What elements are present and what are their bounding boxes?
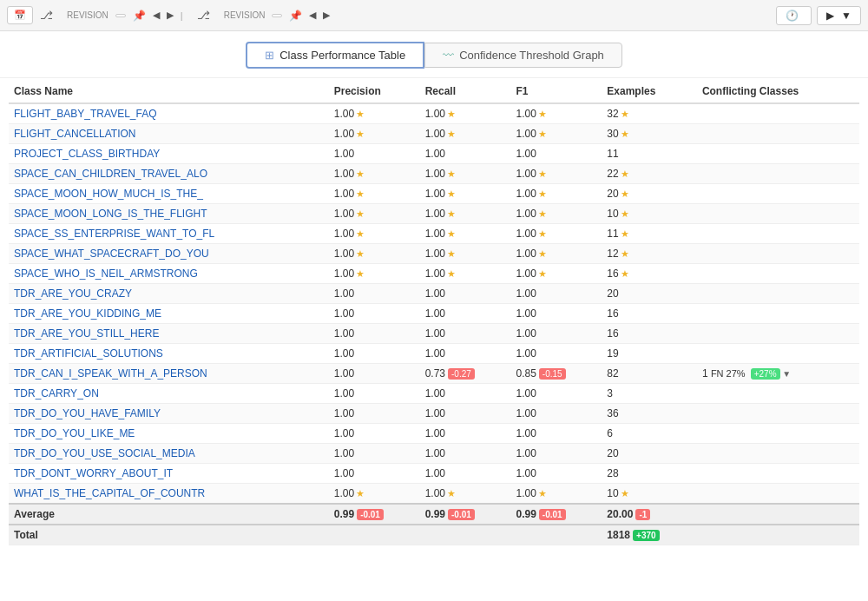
- history-button[interactable]: 🕐: [776, 6, 812, 25]
- table-row[interactable]: TDR_CAN_I_SPEAK_WITH_A_PERSON1.000.73-0.…: [9, 364, 859, 384]
- cell-recall: 1.00: [420, 324, 511, 344]
- examples-star-icon: ★: [621, 208, 629, 219]
- tab-class-performance[interactable]: ⊞ Class Performance Table: [246, 42, 424, 69]
- examples-star-icon: ★: [621, 188, 629, 199]
- cell-precision: 1.00: [329, 144, 420, 164]
- cell-class-name: TDR_CARRY_ON: [9, 384, 329, 404]
- total-empty-cell: [510, 525, 602, 545]
- cell-f1: 1.00★: [510, 264, 602, 284]
- cell-class-name: TDR_ARTIFICIAL_SOLUTIONS: [9, 344, 329, 364]
- table-row[interactable]: TDR_DO_YOU_USE_SOCIAL_MEDIA1.001.001.002…: [9, 444, 859, 464]
- cell-class-name: PROJECT_CLASS_BIRTHDAY: [9, 144, 329, 164]
- cell-class-name: FLIGHT_CANCELLATION: [9, 124, 329, 144]
- col-precision: Precision: [329, 78, 420, 103]
- cell-f1: 1.00: [510, 404, 602, 424]
- cell-conflicting: [697, 103, 859, 124]
- table-row[interactable]: WHAT_IS_THE_CAPITAL_OF_COUNTR1.00★1.00★1…: [9, 484, 859, 505]
- col-recall: Recall: [420, 78, 511, 103]
- table-row[interactable]: SPACE_WHO_IS_NEIL_ARMSTRONG1.00★1.00★1.0…: [9, 264, 859, 284]
- table-row[interactable]: TDR_CARRY_ON1.001.001.003: [9, 384, 859, 404]
- cell-conflicting: [697, 444, 859, 464]
- expand-icon[interactable]: ▼: [780, 369, 792, 379]
- cell-recall: 1.00: [420, 344, 511, 364]
- cell-f1: 1.00: [510, 304, 602, 324]
- table-row[interactable]: FLIGHT_CANCELLATION1.00★1.00★1.00★30★: [9, 124, 859, 144]
- cell-examples: 16: [602, 324, 697, 344]
- table-row[interactable]: TDR_ARE_YOU_STILL_HERE1.001.001.0016: [9, 324, 859, 344]
- precision-star-icon: ★: [356, 168, 365, 179]
- next-revision-btn[interactable]: ▶: [167, 10, 174, 21]
- cell-precision: 1.00: [329, 384, 420, 404]
- examples-star-icon: ★: [621, 129, 629, 139]
- col-examples: Examples: [602, 78, 697, 103]
- table-row[interactable]: FLIGHT_BABY_TRAVEL_FAQ1.00★1.00★1.00★32★: [9, 103, 859, 124]
- cell-examples: 82: [602, 364, 697, 384]
- f1-star-icon: ★: [538, 268, 547, 279]
- cell-conflicting: [697, 164, 859, 184]
- average-examples: 20.00-1: [602, 504, 697, 525]
- total-empty-cell: [329, 525, 420, 545]
- total-conflicting: [697, 525, 859, 545]
- cell-precision: 1.00★: [329, 103, 420, 124]
- cell-precision: 1.00: [329, 404, 420, 424]
- table-row[interactable]: SPACE_SS_ENTERPRISE_WANT_TO_FL1.00★1.00★…: [9, 224, 859, 244]
- f1-star-icon: ★: [538, 228, 547, 239]
- tab-bar: ⊞ Class Performance Table 〰 Confidence T…: [0, 31, 868, 78]
- cell-recall: 1.00★: [420, 264, 511, 284]
- table-row[interactable]: TDR_DO_YOU_HAVE_FAMILY1.001.001.0036: [9, 404, 859, 424]
- cell-examples: 20: [602, 284, 697, 304]
- table-row[interactable]: SPACE_MOON_HOW_MUCH_IS_THE_1.00★1.00★1.0…: [9, 184, 859, 204]
- table-row[interactable]: TDR_DO_YOU_LIKE_ME1.001.001.006: [9, 424, 859, 444]
- prev-revision-btn[interactable]: ◀: [153, 10, 160, 21]
- average-examples-badge: -1: [635, 509, 650, 520]
- graph-icon: 〰: [443, 49, 454, 62]
- cell-class-name: TDR_ARE_YOU_KIDDING_ME: [9, 304, 329, 324]
- prev-revision-btn-2[interactable]: ◀: [309, 10, 316, 21]
- next-revision-btn-2[interactable]: ▶: [323, 10, 330, 21]
- calendar-button[interactable]: 📅: [7, 6, 33, 24]
- cell-f1: 1.00★: [510, 124, 602, 144]
- table-row[interactable]: TDR_ARTIFICIAL_SOLUTIONS1.001.001.0019: [9, 344, 859, 364]
- examples-star-icon: ★: [621, 168, 629, 179]
- table-row[interactable]: SPACE_WHAT_SPACECRAFT_DO_YOU1.00★1.00★1.…: [9, 244, 859, 264]
- cell-f1: 1.00: [510, 384, 602, 404]
- cell-class-name: TDR_ARE_YOU_STILL_HERE: [9, 324, 329, 344]
- table-row[interactable]: SPACE_CAN_CHILDREN_TRAVEL_ALO1.00★1.00★1…: [9, 164, 859, 184]
- tab-class-perf-label: Class Performance Table: [279, 49, 405, 62]
- table-row[interactable]: TDR_ARE_YOU_CRAZY1.001.001.0020: [9, 284, 859, 304]
- cell-conflicting: [697, 344, 859, 364]
- calendar-icon: 📅: [14, 10, 26, 21]
- tab-confidence-graph[interactable]: 〰 Confidence Threshold Graph: [424, 43, 622, 68]
- cell-class-name: SPACE_WHO_IS_NEIL_ARMSTRONG: [9, 264, 329, 284]
- pin-icon-2[interactable]: 📌: [289, 10, 302, 22]
- cell-f1: 1.00★: [510, 484, 602, 505]
- cell-f1: 1.00★: [510, 244, 602, 264]
- revision-label-2: REVISION: [224, 10, 266, 20]
- play-icon: ▶: [826, 10, 834, 22]
- cell-examples: 16: [602, 304, 697, 324]
- cell-recall: 1.00★: [420, 184, 511, 204]
- table-row[interactable]: PROJECT_CLASS_BIRTHDAY1.001.001.0011: [9, 144, 859, 164]
- cell-examples: 12★: [602, 244, 697, 264]
- precision-star-icon: ★: [356, 208, 365, 219]
- total-examples-badge: +370: [633, 530, 660, 541]
- cell-conflicting: [697, 404, 859, 424]
- cell-precision: 1.00: [329, 364, 420, 384]
- col-f1: F1: [510, 78, 602, 103]
- total-row: Total1818+370: [9, 525, 859, 545]
- cell-f1: 1.00★: [510, 103, 602, 124]
- run-button[interactable]: ▶ ▼: [817, 6, 861, 25]
- examples-star-icon: ★: [621, 109, 629, 119]
- class-performance-table: Class Name Precision Recall F1 Examples …: [9, 78, 859, 545]
- cell-recall: 1.00★: [420, 484, 511, 505]
- pin-icon-1[interactable]: 📌: [133, 10, 146, 22]
- cell-examples: 36: [602, 404, 697, 424]
- table-row[interactable]: SPACE_MOON_LONG_IS_THE_FLIGHT1.00★1.00★1…: [9, 204, 859, 224]
- table-row[interactable]: TDR_DONT_WORRY_ABOUT_IT1.001.001.0028: [9, 464, 859, 484]
- table-row[interactable]: TDR_ARE_YOU_KIDDING_ME1.001.001.0016: [9, 304, 859, 324]
- cell-recall: 1.00: [420, 464, 511, 484]
- toolbar: 📅 ⎇ REVISION 📌 ◀ ▶ | ⎇ REVISION 📌 ◀ ▶ 🕐 …: [0, 0, 868, 31]
- revision-label-1: REVISION: [67, 10, 108, 20]
- table-icon: ⊞: [265, 49, 274, 62]
- cell-conflicting: 1 FN 27% +27% ▼: [697, 364, 859, 384]
